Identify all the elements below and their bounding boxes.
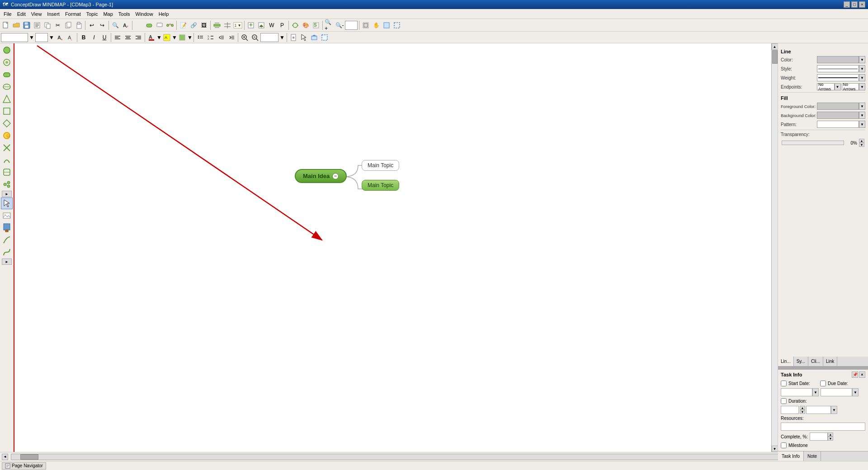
align-right-button[interactable] [133,33,143,42]
sidebar-tool-1[interactable] [1,44,13,56]
sidebar-tool-image[interactable] [1,210,13,221]
tab-link[interactable]: Link [823,357,837,366]
bold-button[interactable]: B [79,33,89,42]
bg-color-box[interactable] [817,112,859,119]
zoom-out-small[interactable] [250,33,260,42]
zoom-input[interactable]: 100% [345,21,358,30]
tb-image[interactable]: 🖼 [199,20,209,30]
sidebar-tool-select[interactable] [1,197,13,209]
tab-cli[interactable]: Cli... [808,357,823,366]
note-tab[interactable]: Note [804,451,821,461]
menu-window[interactable]: Window [133,10,156,18]
undo-button[interactable]: ↩ [87,20,97,30]
canvas-area[interactable]: Main Idea − Main Topic Main Topic [14,43,771,452]
select2-tool-button[interactable] [309,33,319,42]
open-button[interactable] [11,20,21,30]
start-date-input[interactable]: 2017/12/22 [781,388,812,396]
tb-topic[interactable] [134,20,144,30]
hscroll-thumb[interactable] [20,454,38,460]
font-color-dropdown[interactable]: ▼ [157,33,161,42]
maximize-button[interactable]: □ [851,1,858,8]
duration-unit-dropdown[interactable]: ▼ [831,406,837,414]
select3-tool-button[interactable] [320,33,330,42]
font-family-input[interactable]: Arial [1,33,28,42]
numbering-button[interactable]: 1.2. [206,33,216,42]
duration-down-btn[interactable]: ▼ [800,410,805,414]
decrease-size-button[interactable]: A- [66,33,75,42]
cut-button[interactable]: ✂ [53,20,63,30]
vscroll-track[interactable] [772,50,778,446]
tb-select-mode[interactable] [382,20,392,30]
tb-theme[interactable]: 🎨 [301,20,311,30]
complete-up-btn[interactable]: ▲ [828,432,833,437]
sidebar-tool-12[interactable] [1,179,13,190]
tb-import[interactable] [256,20,266,30]
indent-button[interactable] [226,33,236,42]
font-family-dropdown[interactable]: ▼ [28,33,35,42]
duration-input[interactable]: 1 [781,406,799,414]
task-info-pin-button[interactable]: 📌 [852,371,858,378]
sidebar-tool-2[interactable] [1,56,13,68]
highlight-button[interactable]: A [162,33,172,42]
menu-map[interactable]: Map [100,10,115,18]
sidebar-tool-5[interactable] [1,93,13,105]
sidebar-tool-7[interactable] [1,118,13,129]
page-navigator-button[interactable]: Page Navigator [2,462,46,470]
tb-word[interactable]: W [267,20,277,30]
tb-relation[interactable] [165,20,175,30]
due-date-input[interactable]: 2017/12/22 [821,388,852,396]
tb-select2[interactable] [392,20,402,30]
tb-style[interactable]: S [311,20,321,30]
tb-fit[interactable] [361,20,371,30]
bg-color-dropdown[interactable]: ▼ [188,33,192,42]
increase-size-button[interactable]: A+ [55,33,65,42]
sidebar-tool-6[interactable] [1,105,13,117]
tab-sy[interactable]: Sy... [794,357,808,366]
tb-branch[interactable] [290,20,300,30]
horizontal-scrollbar[interactable] [11,454,857,460]
due-date-checkbox[interactable] [820,381,826,386]
transparency-down-btn[interactable]: ▼ [859,143,864,147]
menu-format[interactable]: Format [62,10,84,18]
sidebar-tool-4[interactable] [1,81,13,93]
start-date-checkbox[interactable] [781,381,787,386]
color-dropdown-btn[interactable]: ▼ [859,56,865,63]
sidebar-tool-paint[interactable] [1,222,13,234]
bg-color-dropdown-btn[interactable]: ▼ [859,112,865,119]
tb-btn-4[interactable] [32,20,42,30]
italic-button[interactable]: I [89,33,99,42]
menu-edit[interactable]: Edit [14,10,28,18]
close-button[interactable]: × [859,1,865,8]
select-tool-button[interactable] [299,33,309,42]
complete-input[interactable]: 0 [810,432,828,441]
endpoints-start-box[interactable]: No Arrows [817,83,835,90]
duration-checkbox[interactable] [781,398,787,404]
font-size-input[interactable]: 10 [35,33,48,42]
transparency-slider[interactable] [782,141,844,145]
style-dropdown-btn[interactable]: ▼ [859,65,865,72]
milestone-checkbox[interactable] [781,442,787,448]
duration-up-btn[interactable]: ▲ [800,406,805,410]
pattern-dropdown-btn[interactable]: ▼ [859,121,865,128]
fit-page-button[interactable]: ◉ [288,33,298,42]
vscroll-down-button[interactable]: ▼ [772,446,778,452]
underline-button[interactable]: U [99,33,109,42]
weight-dropdown-btn[interactable]: ▼ [859,74,865,81]
endpoints-end-box[interactable]: No Arrows [842,83,859,90]
sidebar-tool-curve[interactable] [1,246,13,258]
align-center-button[interactable] [123,33,133,42]
endpoints-start-dropdown[interactable]: ▼ [835,83,841,90]
sidebar-tool-line[interactable] [1,234,13,246]
hscroll-left-button[interactable]: ◄ [2,454,8,460]
vscroll-up-button[interactable]: ▲ [772,43,778,50]
topic-node-1[interactable]: Main Topic [362,160,399,171]
resources-input[interactable] [781,423,865,431]
endpoints-end-dropdown[interactable]: ▼ [859,83,865,90]
paste-button[interactable] [74,20,84,30]
font-size-dropdown[interactable]: ▼ [48,33,55,42]
color-box[interactable] [817,56,859,63]
topic-node-2[interactable]: Main Topic [362,180,399,191]
main-idea-collapse-button[interactable]: − [332,173,339,179]
fg-color-dropdown-btn[interactable]: ▼ [859,103,865,110]
tb-export[interactable] [246,20,256,30]
